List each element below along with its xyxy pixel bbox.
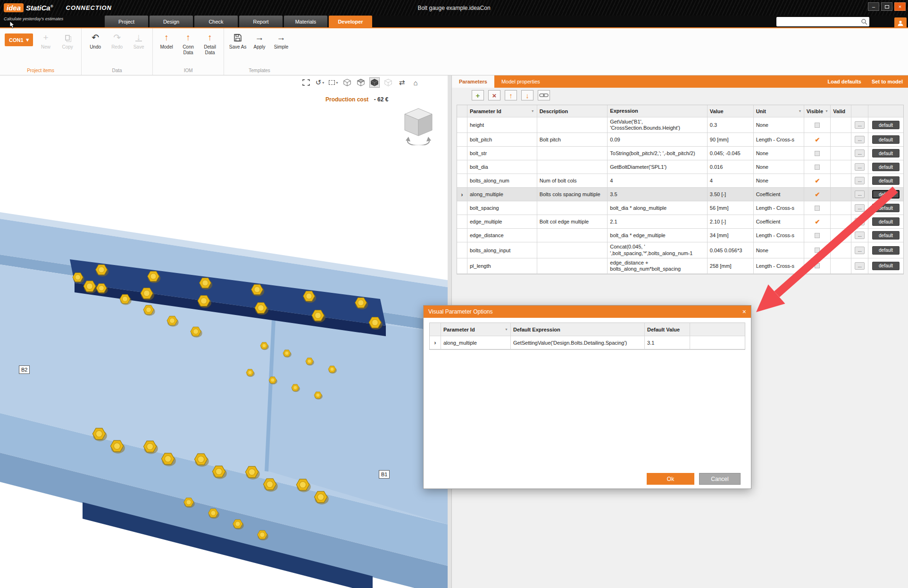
- cell-param-id[interactable]: bolts_along_input: [467, 242, 537, 258]
- cell-expression[interactable]: 0.09: [608, 133, 708, 147]
- default-button[interactable]: default: [872, 246, 900, 255]
- beam-label-b1[interactable]: B1: [379, 470, 390, 479]
- filter-icon[interactable]: ▼: [823, 109, 828, 113]
- cell-param-id[interactable]: bolt_dia: [467, 160, 537, 174]
- beam-label-b2[interactable]: B2: [19, 365, 30, 374]
- undo-button[interactable]: ↶ Undo: [86, 32, 104, 50]
- save-as-button[interactable]: Save As: [229, 32, 247, 50]
- more-button[interactable]: ...: [855, 121, 865, 129]
- fit-view-button[interactable]: [301, 77, 311, 88]
- cell-default-expression[interactable]: GetSettingValue('Design.Bolts.Detailing.…: [511, 336, 645, 349]
- cell-unit[interactable]: None: [754, 160, 805, 174]
- dialog-table-row[interactable]: › along_multiple GetSettingValue('Design…: [430, 336, 745, 349]
- cell-expression[interactable]: bolt_dia * along_multiple: [608, 201, 708, 215]
- visible-checkbox[interactable]: ✔: [815, 191, 820, 198]
- load-defaults-button[interactable]: Load defaults: [822, 75, 866, 88]
- dialog-close-icon[interactable]: ×: [742, 308, 746, 315]
- header-param-id[interactable]: Parameter Id▼: [467, 105, 537, 117]
- cell-unit[interactable]: Coefficient: [754, 188, 805, 201]
- delete-parameter-button[interactable]: ×: [488, 90, 500, 100]
- add-parameter-button[interactable]: +: [472, 90, 484, 100]
- visible-checkbox[interactable]: [815, 206, 820, 211]
- table-row-edge-distance[interactable]: edge_distance bolt_dia * edge_multiple 3…: [457, 229, 903, 242]
- visible-checkbox[interactable]: [815, 263, 820, 268]
- header-visible[interactable]: Visible▼: [804, 105, 831, 117]
- visible-checkbox[interactable]: [815, 233, 820, 238]
- cell-unit[interactable]: Coefficient: [754, 215, 805, 229]
- tab-materials[interactable]: Materials: [284, 16, 327, 27]
- redo-button[interactable]: ↷ Redo: [108, 32, 126, 50]
- visible-checkbox[interactable]: ✔: [815, 218, 820, 225]
- cell-unit[interactable]: None: [754, 174, 805, 188]
- default-button[interactable]: default: [872, 176, 900, 185]
- more-button[interactable]: ...: [855, 262, 865, 270]
- default-button[interactable]: default: [872, 163, 900, 171]
- default-button[interactable]: default: [872, 149, 900, 157]
- cell-param-id[interactable]: edge_multiple: [467, 215, 537, 229]
- flip-view-button[interactable]: ⇄: [397, 77, 407, 88]
- new-button[interactable]: + New: [37, 32, 55, 50]
- transparent-view-button[interactable]: [383, 77, 393, 88]
- visible-checkbox[interactable]: [815, 123, 820, 128]
- cell-expression[interactable]: 2.1: [608, 215, 708, 229]
- cell-description[interactable]: [537, 147, 608, 160]
- tab-developer[interactable]: Developer: [329, 16, 372, 27]
- table-row-bolt-str[interactable]: bolt_str ToString(bolt_pitch/2,'; ',-bol…: [457, 147, 903, 160]
- filter-icon[interactable]: ▼: [503, 328, 508, 331]
- cell-unit[interactable]: Length - Cross-s: [754, 201, 805, 215]
- visible-checkbox[interactable]: ✔: [815, 136, 820, 143]
- default-button[interactable]: default: [872, 217, 900, 226]
- cell-expression[interactable]: ToString(bolt_pitch/2,'; ',-bolt_pitch/2…: [608, 147, 708, 160]
- navigation-cube[interactable]: [402, 107, 435, 145]
- link-button[interactable]: [538, 90, 550, 100]
- header-valid[interactable]: Valid: [831, 105, 851, 117]
- header-default-expression[interactable]: Default Expression: [511, 323, 645, 336]
- cell-description[interactable]: Bolt pitch: [537, 133, 608, 147]
- cell-description[interactable]: [537, 160, 608, 174]
- header-default-value[interactable]: Default Value: [645, 323, 690, 336]
- filter-icon[interactable]: ▼: [796, 109, 801, 113]
- more-button[interactable]: ...: [855, 163, 865, 171]
- table-row-edge-multiple[interactable]: edge_multiple Bolt col edge multiple 2.1…: [457, 215, 903, 229]
- cell-param-id[interactable]: bolts_along_num: [467, 174, 537, 188]
- maximize-button[interactable]: [881, 2, 892, 11]
- cell-param-id[interactable]: edge_distance: [467, 229, 537, 242]
- default-button[interactable]: default: [872, 231, 900, 240]
- visible-checkbox[interactable]: [815, 165, 820, 170]
- more-button[interactable]: ...: [855, 204, 865, 212]
- cell-expression[interactable]: edge_distance + bolts_along_num*bolt_spa…: [608, 258, 708, 274]
- table-row-height[interactable]: height GetValue('B1', 'CrossSection.Boun…: [457, 117, 903, 133]
- connection-3d-scene[interactable]: [0, 75, 448, 588]
- row-expander-icon[interactable]: ›: [461, 191, 463, 198]
- cell-description[interactable]: Bolts cols spacing multiple: [537, 188, 608, 201]
- apply-button[interactable]: → Apply: [250, 32, 268, 50]
- cell-expression[interactable]: 3.5: [608, 188, 708, 201]
- more-button[interactable]: ...: [855, 177, 865, 184]
- cell-expression[interactable]: GetValue('B1', 'CrossSection.Bounds.Heig…: [608, 117, 708, 133]
- save-button[interactable]: ↓ Save: [130, 32, 148, 50]
- cell-unit[interactable]: Length - Cross-s: [754, 133, 805, 147]
- conn-data-button[interactable]: ↑ Conn Data: [179, 32, 197, 55]
- table-row-along-multiple[interactable]: › along_multiple Bolts cols spacing mult…: [457, 188, 903, 201]
- default-button[interactable]: default: [872, 135, 900, 144]
- simple-button[interactable]: → Simple: [272, 32, 290, 50]
- cell-unit[interactable]: None: [754, 147, 805, 160]
- more-button[interactable]: ...: [855, 149, 865, 157]
- search-input[interactable]: [778, 19, 861, 25]
- cell-param-id[interactable]: bolt_pitch: [467, 133, 537, 147]
- table-row-bolt-pitch[interactable]: bolt_pitch Bolt pitch 0.09 90 [mm] Lengt…: [457, 133, 903, 147]
- cell-expression[interactable]: 4: [608, 174, 708, 188]
- shaded-edges-view-button[interactable]: [356, 77, 366, 88]
- cell-default-value[interactable]: 3.1: [645, 336, 690, 349]
- visible-checkbox[interactable]: ✔: [815, 177, 820, 184]
- cell-unit[interactable]: None: [754, 242, 805, 258]
- row-expander-icon[interactable]: ›: [434, 339, 436, 346]
- wireframe-view-button[interactable]: [342, 77, 352, 88]
- tab-model-properties[interactable]: Model properties: [494, 75, 547, 88]
- more-button[interactable]: ...: [855, 232, 865, 239]
- tab-check[interactable]: Check: [194, 16, 238, 27]
- set-to-model-button[interactable]: Set to model: [866, 75, 908, 88]
- 3d-viewport[interactable]: ↺ ▾ ▾: [0, 75, 448, 588]
- default-button[interactable]: default: [872, 121, 900, 129]
- visible-checkbox[interactable]: [815, 248, 820, 253]
